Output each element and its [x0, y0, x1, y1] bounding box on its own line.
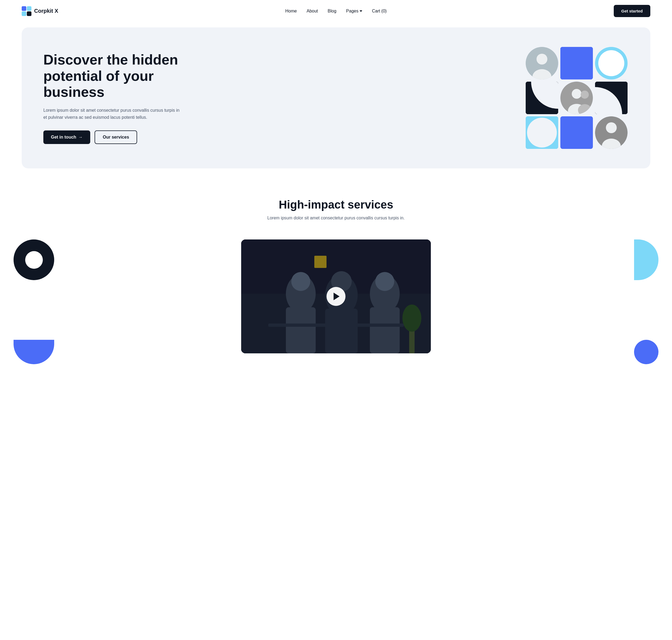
svg-point-20	[527, 118, 557, 147]
hero-dark-quarter-left	[526, 82, 558, 114]
nav-about[interactable]: About	[307, 9, 318, 13]
play-button[interactable]	[327, 287, 345, 306]
brand-logo[interactable]: Corpkit X	[22, 6, 58, 16]
arrow-right-icon: →	[78, 135, 83, 140]
brand-name: Corpkit X	[34, 8, 58, 14]
nav-blog[interactable]: Blog	[328, 9, 336, 13]
hero-title: Discover the hidden potential of your bu…	[43, 52, 184, 100]
nav-links: Home About Blog Pages Cart (0)	[285, 9, 387, 14]
hero-photo-2	[561, 82, 593, 114]
svg-point-13	[572, 89, 582, 99]
navbar: Corpkit X Home About Blog Pages Cart (0)…	[0, 0, 672, 22]
services-description: Lorem ipsum dolor sit amet consectetur p…	[22, 216, 650, 220]
hero-description: Lorem ipsum dolor sit amet consectetur p…	[43, 107, 184, 121]
hero-cyan-donut	[595, 47, 628, 79]
services-section: High-impact services Lorem ipsum dolor s…	[0, 179, 672, 220]
svg-point-15	[581, 91, 589, 99]
svg-rect-2	[22, 11, 26, 16]
svg-point-5	[537, 54, 547, 64]
nav-cart[interactable]: Cart (0)	[372, 9, 387, 13]
deco-blue-quarter	[634, 340, 658, 364]
svg-rect-3	[27, 11, 31, 16]
hero-content: Discover the hidden potential of your bu…	[43, 52, 184, 144]
services-title: High-impact services	[22, 198, 650, 211]
logo-icon	[22, 6, 31, 16]
nav-home[interactable]: Home	[285, 9, 297, 13]
our-services-button[interactable]: Our services	[94, 130, 137, 144]
get-started-button[interactable]: Get started	[614, 5, 650, 17]
hero-photo-1	[526, 47, 558, 79]
hero-graphic	[526, 47, 629, 149]
chevron-down-icon	[360, 10, 362, 12]
deco-dark-circle	[14, 239, 54, 280]
hero-cyan-quarter	[526, 116, 558, 149]
deco-blue-half	[14, 340, 54, 364]
hero-photo-3	[595, 116, 628, 149]
deco-cyan-right	[634, 239, 658, 280]
hero-dark-quarter-right	[595, 82, 628, 114]
video-container	[241, 239, 431, 353]
nav-pages[interactable]: Pages	[346, 9, 362, 14]
person-1-avatar	[526, 47, 558, 79]
svg-rect-0	[22, 6, 26, 11]
hero-section: Discover the hidden potential of your bu…	[22, 27, 650, 169]
get-in-touch-button[interactable]: Get in touch →	[43, 130, 90, 144]
svg-point-22	[606, 122, 617, 133]
play-icon	[333, 293, 340, 300]
hero-blue-solid	[561, 116, 593, 149]
hero-blue-shape	[561, 47, 593, 79]
svg-rect-1	[27, 6, 31, 11]
video-area	[22, 234, 650, 364]
hero-buttons: Get in touch → Our services	[43, 130, 184, 144]
